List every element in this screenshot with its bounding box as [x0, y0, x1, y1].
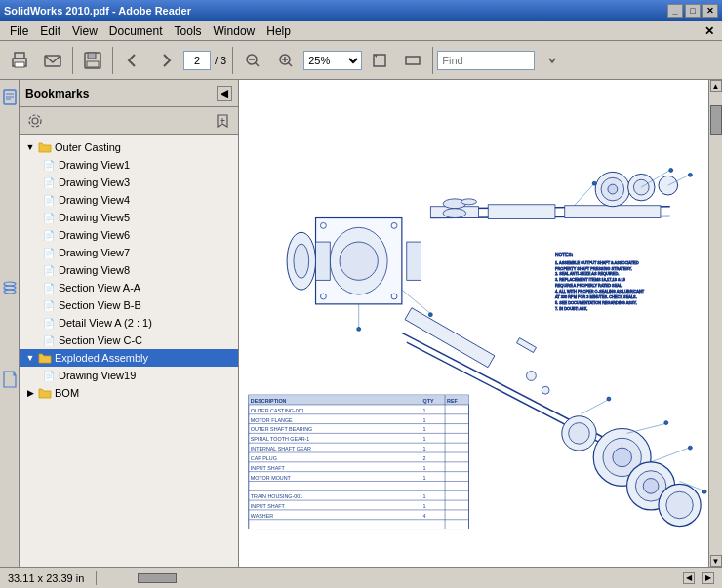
scroll-right-button[interactable]: ▶ [702, 572, 714, 584]
save-button[interactable] [77, 45, 108, 76]
page-icon-drawing-view1: 📄 [41, 157, 57, 173]
tree-toggle-exploded-assembly[interactable]: ▼ [23, 351, 37, 365]
svg-rect-15 [406, 57, 420, 64]
tree-item-drawing-view6[interactable]: 📄 Drawing View6 [20, 226, 238, 244]
find-dropdown-button[interactable] [537, 45, 568, 76]
tree-item-section-view-cc[interactable]: 📄 Section View C-C [20, 332, 238, 349]
title-bar: SolidWorks 2010.pdf - Adobe Reader _ □ ✕ [0, 0, 722, 21]
zoom-in-button[interactable] [270, 45, 301, 76]
svg-text:1: 1 [422, 408, 425, 413]
tree-item-drawing-view4[interactable]: 📄 Drawing View4 [20, 191, 238, 209]
sidebar-options-button[interactable] [23, 109, 47, 133]
vertical-scrollbar[interactable]: ▲ ▼ [708, 80, 722, 567]
svg-rect-32 [407, 242, 421, 280]
close-button[interactable]: ✕ [702, 4, 718, 18]
svg-point-20 [4, 282, 16, 286]
sidebar-tree[interactable]: ▼ Outer Casting 📄 Drawing View1 📄 Drawin… [20, 135, 238, 567]
minimize-button[interactable]: _ [667, 4, 683, 18]
svg-rect-1 [15, 53, 24, 59]
svg-text:2. SEAL ANTI-SEIZE AS REQUIRED: 2. SEAL ANTI-SEIZE AS REQUIRED. [555, 271, 619, 276]
menu-window[interactable]: Window [208, 22, 261, 40]
pdf-content-area[interactable]: NOTES: 1. ASSEMBLE OUTPUT SHAFT & ASSOCI… [239, 80, 708, 567]
tree-toggle-outer-casting[interactable]: ▼ [23, 140, 37, 154]
nav-back-button[interactable] [117, 45, 148, 76]
svg-point-22 [4, 290, 16, 294]
fit-width-button[interactable] [397, 45, 428, 76]
toolbar: / 3 25%50%75%100% [0, 41, 722, 80]
page-number-input[interactable] [183, 51, 211, 70]
attachment-panel-icon[interactable] [1, 365, 19, 394]
page-icon-drawing-view4: 📄 [41, 192, 57, 208]
tree-item-outer-casting[interactable]: ▼ Outer Casting [20, 138, 238, 156]
svg-text:1: 1 [422, 503, 425, 509]
svg-text:1: 1 [422, 426, 425, 432]
scroll-up-button[interactable]: ▲ [710, 80, 722, 92]
svg-text:REF: REF [447, 398, 458, 404]
folder-icon-bom [37, 385, 53, 401]
tree-item-drawing-view1[interactable]: 📄 Drawing View1 [20, 156, 238, 174]
horizontal-scroll-track[interactable] [108, 572, 675, 584]
svg-text:INTERNAL SHAFT GEAR: INTERNAL SHAFT GEAR [251, 446, 311, 451]
folder-icon-exploded-assembly [37, 350, 53, 366]
tree-toggle-bom[interactable]: ▶ [23, 386, 37, 400]
svg-text:CAP PLUG: CAP PLUG [251, 455, 277, 461]
svg-text:INPUT SHAFT: INPUT SHAFT [251, 503, 286, 509]
page-icon-section-view-cc: 📄 [41, 333, 57, 348]
pdf-page: NOTES: 1. ASSEMBLE OUTPUT SHAFT & ASSOCI… [239, 80, 708, 567]
scroll-down-button[interactable]: ▼ [710, 555, 722, 567]
scroll-thumb[interactable] [710, 105, 722, 135]
new-bookmark-button[interactable] [211, 109, 234, 133]
toolbar-separator-1 [72, 47, 73, 74]
tree-item-detail-view-a[interactable]: 📄 Detail View A (2 : 1) [20, 314, 238, 332]
menu-close-button[interactable]: ✕ [701, 24, 718, 38]
menu-document[interactable]: Document [103, 22, 169, 40]
svg-text:NOTES:: NOTES: [555, 253, 573, 257]
tree-label-drawing-view1: Drawing View1 [59, 159, 130, 171]
menu-help[interactable]: Help [261, 22, 297, 40]
tree-label-section-view-bb: Section View B-B [59, 299, 141, 311]
svg-rect-37 [565, 206, 661, 218]
app-title: SolidWorks 2010.pdf - Adobe Reader [4, 5, 191, 17]
find-input[interactable] [437, 51, 535, 70]
svg-text:2: 2 [422, 455, 425, 461]
tree-label-drawing-view19: Drawing View19 [59, 370, 136, 381]
tree-label-bom: BOM [55, 387, 79, 399]
print-button[interactable] [4, 45, 35, 76]
maximize-button[interactable]: □ [685, 4, 701, 18]
main-layout: Bookmarks ◀ ▼ Outer Castin [0, 80, 722, 567]
svg-rect-36 [488, 205, 555, 219]
svg-point-78 [702, 490, 706, 493]
fit-page-button[interactable] [364, 45, 395, 76]
svg-text:TRAIN HOUSING-001: TRAIN HOUSING-001 [251, 493, 302, 499]
tree-item-section-view-aa[interactable]: 📄 Section View A-A [20, 279, 238, 296]
scroll-left-button[interactable]: ◀ [683, 572, 695, 584]
menu-edit[interactable]: Edit [34, 22, 66, 40]
bookmarks-panel-icon[interactable] [1, 84, 19, 113]
menu-tools[interactable]: Tools [169, 22, 208, 40]
horizontal-scroll-thumb[interactable] [138, 573, 177, 583]
tree-item-exploded-assembly[interactable]: ▼ Exploded Assembly [20, 349, 238, 367]
menu-view[interactable]: View [66, 22, 103, 40]
sidebar-header: Bookmarks ◀ [20, 80, 238, 107]
tree-item-drawing-view19[interactable]: 📄 Drawing View19 [20, 367, 238, 384]
page-dimensions: 33.11 x 23.39 in [8, 572, 84, 584]
tree-item-bom[interactable]: ▶ BOM [20, 384, 238, 402]
page-icon-drawing-view5: 📄 [41, 210, 57, 225]
layers-panel-icon[interactable] [1, 273, 19, 302]
tree-item-drawing-view3[interactable]: 📄 Drawing View3 [20, 174, 238, 191]
svg-point-46 [461, 199, 477, 205]
pdf-drawing-svg: NOTES: 1. ASSEMBLE OUTPUT SHAFT & ASSOCI… [239, 80, 708, 567]
svg-text:4. ALL WITH PROPER O-SEALING A: 4. ALL WITH PROPER O-SEALING AS LUBRICAN… [555, 289, 645, 294]
menu-file[interactable]: File [4, 22, 34, 40]
tree-item-section-view-bb[interactable]: 📄 Section View B-B [20, 296, 238, 314]
svg-text:MOTOR MOUNT: MOTOR MOUNT [251, 475, 292, 481]
sidebar-collapse-button[interactable]: ◀ [217, 86, 232, 101]
email-button[interactable] [37, 45, 68, 76]
tree-item-drawing-view5[interactable]: 📄 Drawing View5 [20, 209, 238, 226]
nav-forward-button[interactable] [150, 45, 181, 76]
tree-item-drawing-view8[interactable]: 📄 Drawing View8 [20, 261, 238, 279]
zoom-out-button[interactable] [237, 45, 268, 76]
tree-label-drawing-view7: Drawing View7 [59, 247, 130, 258]
tree-item-drawing-view7[interactable]: 📄 Drawing View7 [20, 244, 238, 261]
zoom-select[interactable]: 25%50%75%100% [303, 51, 362, 70]
